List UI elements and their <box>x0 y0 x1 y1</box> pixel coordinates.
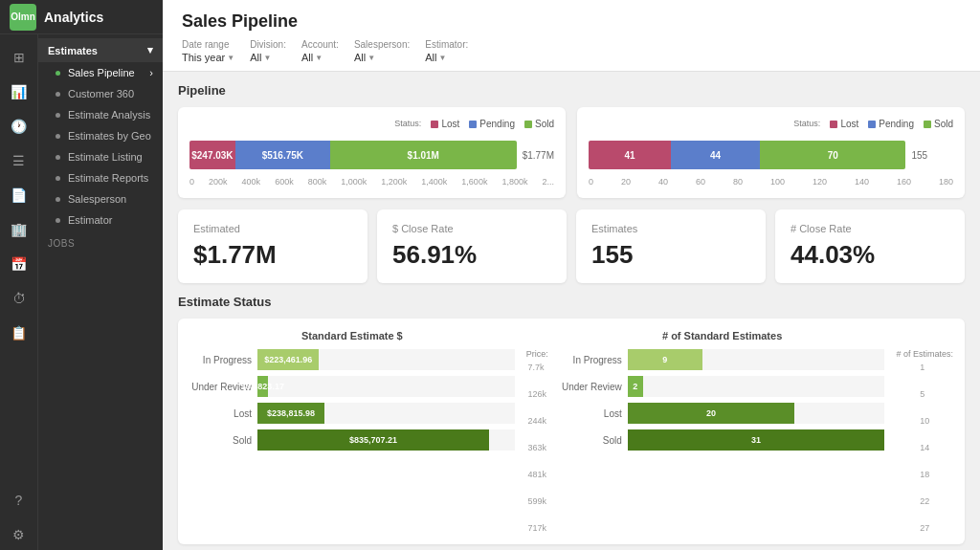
filter-estimator: Estimator: All <box>425 39 468 63</box>
kpi-estimated-label: Estimated <box>193 223 352 234</box>
kpi-estimated-value: $1.77M <box>193 240 352 270</box>
nav-icon-analytics[interactable]: 📊 <box>4 77 34 107</box>
nav-icon-file[interactable]: 📋 <box>4 318 34 348</box>
jobs-section-label: Jobs <box>38 231 163 253</box>
nav-icon-clock[interactable]: 🕐 <box>4 111 34 142</box>
chevron-icon: ▾ <box>147 44 153 56</box>
nav-icon-history[interactable]: ⏱ <box>4 283 34 314</box>
est-dollar-underreview-fill: $32,823.17 <box>257 376 268 397</box>
count-chart-legend: Status: Lost Pending Sold <box>589 119 953 129</box>
legend-pending: Pending <box>469 119 515 129</box>
est-count-sold-fill: 31 <box>628 429 885 451</box>
dollar-axis: 0 200k 400k 600k 800k 1,000k 1,200k 1,40… <box>189 173 554 187</box>
legend-lost-dot <box>431 121 438 128</box>
kpi-close-rate-count-label: # Close Rate <box>791 223 949 234</box>
kpi-close-rate-value: 56.91% <box>392 240 551 270</box>
pipeline-count-chart: Status: Lost Pending Sold <box>577 107 965 198</box>
nav-group-estimates[interactable]: Estimates ▾ <box>38 38 163 62</box>
legend-lost: Lost <box>431 119 459 129</box>
est-count-underreview-wrap: 2 <box>628 376 885 397</box>
est-dollar-lost: Lost $238,815.98 <box>189 403 515 424</box>
est-dollar-underreview-wrap: $32,823.17 <box>257 376 515 397</box>
nav-icon-calendar[interactable]: 📅 <box>4 249 34 279</box>
estimator-select[interactable]: All <box>425 52 468 63</box>
est-count-inprogress: In Progress 9 <box>560 349 885 370</box>
count-stacked-bar: 41 44 70 <box>589 141 905 169</box>
active-dot <box>56 71 60 76</box>
kpi-close-rate-count-value: 44.03% <box>791 240 949 270</box>
est-dollar-inprogress-wrap: $223,461.96 <box>257 349 515 370</box>
est-dollar-sold: Sold $835,707.21 <box>189 429 515 451</box>
nav-icon-list[interactable]: ☰ <box>4 145 34 176</box>
est-dollar-lost-fill: $238,815.98 <box>257 403 324 424</box>
est-count-sold-wrap: 31 <box>628 429 885 451</box>
date-range-select[interactable]: This year <box>182 52 234 63</box>
salesperson-select[interactable]: All <box>354 52 410 63</box>
count-bar-total: 155 <box>911 150 927 161</box>
filter-salesperson: Salesperson: All <box>354 39 410 63</box>
count-legend-pending: Pending <box>868 119 914 129</box>
nav-item-customer360[interactable]: Customer 360 <box>38 83 163 104</box>
nav-item-salesperson[interactable]: Salesperson <box>38 188 163 209</box>
nav-item-sales-pipeline[interactable]: Sales Pipeline › <box>38 62 163 83</box>
sidebar-header: Olmn Analytics <box>0 0 163 34</box>
nav-icon-building[interactable]: 🏢 <box>4 214 34 245</box>
est-count-inprogress-wrap: 9 <box>628 349 885 370</box>
kpi-close-rate-label: $ Close Rate <box>392 223 551 234</box>
count-bar-sold: 70 <box>760 141 905 169</box>
nav-item-estimate-reports[interactable]: Estimate Reports <box>38 167 163 188</box>
est-count-lost: Lost 20 <box>560 403 885 424</box>
estimate-status-section: Standard Estimate $ In Progress $223,461… <box>178 319 965 544</box>
pipeline-section-title: Pipeline <box>178 83 965 98</box>
dot <box>56 113 60 118</box>
est-count-underreview-fill: 2 <box>628 376 643 397</box>
nav-item-estimates-by-geo[interactable]: Estimates by Geo <box>38 125 163 146</box>
count-legend-lost: Lost <box>830 119 858 129</box>
division-select[interactable]: All <box>250 52 286 63</box>
nav-icon-settings[interactable]: ⚙ <box>4 519 34 550</box>
count-bar-pending: 44 <box>671 141 760 169</box>
est-dollar-sold-wrap: $835,707.21 <box>257 429 515 451</box>
nav-icon-document[interactable]: 📄 <box>4 180 34 210</box>
dot <box>56 155 60 160</box>
count-legend-lost-dot <box>830 121 837 128</box>
est-dollar-title: Standard Estimate $ <box>189 330 515 341</box>
count-bar-row: 41 44 70 155 <box>589 137 953 173</box>
nav-item-estimate-listing[interactable]: Estimate Listing <box>38 146 163 167</box>
count-legend-sold-dot <box>924 121 931 128</box>
count-bar-area: 41 44 70 155 0 20 40 60 80 100 120 <box>589 137 953 187</box>
legend-sold-dot <box>524 121 532 128</box>
dollar-chart-legend: Status: Lost Pending Sold <box>189 119 554 129</box>
app-logo: Olmn <box>10 4 36 31</box>
dollar-bar-row: $247.03K $516.75K $1.01M $1.77M <box>189 137 554 173</box>
account-select[interactable]: All <box>301 52 339 63</box>
est-dollar-sold-fill: $835,707.21 <box>257 429 489 451</box>
sidebar-body: ⊞ 📊 🕐 ☰ 📄 🏢 📅 ⏱ 📋 ? ⚙ Estimates ▾ Sales … <box>0 34 163 550</box>
dollar-stacked-bar: $247.03K $516.75K $1.01M <box>189 141 517 169</box>
main-header: Sales Pipeline Date range This year Divi… <box>163 0 980 72</box>
nav-item-estimate-analysis[interactable]: Estimate Analysis <box>38 104 163 125</box>
est-count-sold: Sold 31 <box>560 429 885 451</box>
nav-icon-help[interactable]: ? <box>4 485 34 516</box>
count-axis: # of Estimates: 1 5 10 14 18 22 27 <box>896 349 953 533</box>
nav-panel: Estimates ▾ Sales Pipeline › Customer 36… <box>38 34 163 550</box>
pipeline-dollar-chart: Status: Lost Pending Sold <box>178 107 566 198</box>
legend-sold: Sold <box>524 119 554 129</box>
est-count-lost-wrap: 20 <box>628 403 885 424</box>
est-dollar-underreview: Under Review $32,823.17 <box>189 376 515 397</box>
app-title: Analytics <box>44 10 103 25</box>
kpi-close-rate-count: # Close Rate 44.03% <box>775 209 965 283</box>
count-legend-pending-dot <box>868 121 876 128</box>
arrow-icon: › <box>149 67 153 78</box>
est-dollar-chart: Standard Estimate $ In Progress $223,461… <box>189 330 515 533</box>
filter-account: Account: All <box>301 39 339 63</box>
count-legend-sold: Sold <box>924 119 953 129</box>
est-dollar-lost-wrap: $238,815.98 <box>257 403 515 424</box>
nav-icon-dashboard[interactable]: ⊞ <box>4 42 34 73</box>
estimate-charts: Standard Estimate $ In Progress $223,461… <box>189 330 953 533</box>
kpi-estimates: Estimates 155 <box>576 209 766 283</box>
count-axis: 0 20 40 60 80 100 120 140 160 180 <box>589 173 953 187</box>
nav-item-estimator[interactable]: Estimator <box>38 209 163 231</box>
dollar-bar-area: $247.03K $516.75K $1.01M $1.77M 0 200k 4… <box>189 137 554 187</box>
kpi-estimates-label: Estimates <box>591 223 750 234</box>
